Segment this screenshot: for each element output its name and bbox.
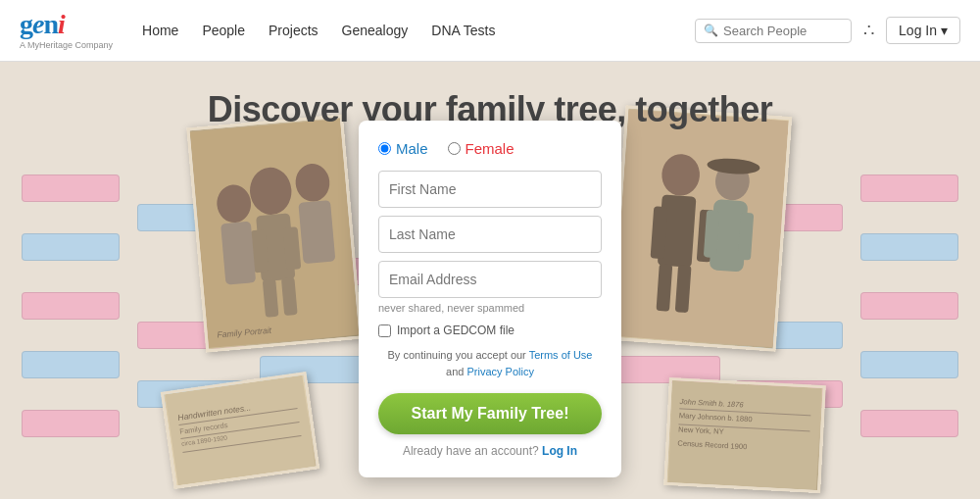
photo-right	[610, 105, 792, 351]
tree-box	[22, 292, 120, 320]
tree-box	[860, 233, 958, 261]
photo-bottom-left: Handwritten notes... Family records circ…	[161, 372, 319, 489]
tree-box	[22, 410, 120, 437]
gender-male-option[interactable]: Male	[378, 140, 428, 157]
share-icon[interactable]: ∴	[863, 20, 874, 41]
search-box[interactable]: 🔍	[695, 19, 852, 43]
gender-female-option[interactable]: Female	[448, 140, 514, 157]
gender-male-radio[interactable]	[378, 142, 391, 155]
nav-genealogy[interactable]: Genealogy	[342, 23, 409, 38]
navbar: geni A MyHeritage Company Home People Pr…	[0, 0, 980, 62]
privacy-link[interactable]: Privacy Policy	[466, 366, 533, 377]
gender-female-radio[interactable]	[448, 142, 461, 155]
female-label: Female	[466, 140, 514, 157]
start-family-tree-button[interactable]: Start My Family Tree!	[378, 393, 602, 434]
gedcom-label[interactable]: Import a GEDCOM file	[397, 324, 514, 337]
tree-box	[860, 175, 958, 202]
gedcom-row: Import a GEDCOM file	[378, 324, 602, 337]
logo: geni	[20, 11, 113, 38]
login-link[interactable]: Log In	[542, 444, 577, 458]
nav-projects[interactable]: Projects	[269, 23, 318, 38]
already-account: Already have an account? Log In	[378, 444, 602, 458]
gender-row: Male Female	[378, 140, 602, 157]
main-content: Discover your family tree, together	[0, 62, 980, 499]
search-icon: 🔍	[704, 24, 718, 37]
male-label: Male	[396, 140, 428, 157]
gedcom-checkbox[interactable]	[378, 324, 391, 337]
tree-box	[22, 175, 120, 202]
tree-box	[860, 292, 958, 320]
photo-left: Family Portrait	[186, 114, 362, 352]
last-name-input[interactable]	[378, 216, 602, 253]
photo-bottom-right: John Smith b. 1876 Mary Johnson b. 1880 …	[663, 377, 826, 493]
tree-box	[860, 410, 958, 437]
svg-rect-8	[298, 200, 335, 264]
nav-home[interactable]: Home	[142, 23, 178, 38]
terms-text: By continuing you accept our Terms of Us…	[378, 347, 602, 379]
email-note: never shared, never spammed	[378, 302, 602, 314]
svg-rect-10	[220, 222, 256, 285]
tree-box	[22, 233, 120, 261]
email-input[interactable]	[378, 261, 602, 298]
first-name-input[interactable]	[378, 171, 602, 208]
tree-box	[22, 351, 120, 378]
search-input[interactable]	[723, 24, 841, 38]
nav-right: 🔍 ∴ Log In ▾	[695, 17, 960, 44]
tree-box	[860, 351, 958, 378]
registration-form: Male Female never shared, never spammed …	[359, 121, 621, 477]
logo-subtitle: A MyHeritage Company	[20, 40, 113, 50]
nav-links: Home People Projects Genealogy DNA Tests	[142, 23, 695, 38]
nav-people[interactable]: People	[202, 23, 245, 38]
terms-link[interactable]: Terms of Use	[529, 349, 593, 361]
login-button[interactable]: Log In ▾	[886, 17, 960, 44]
logo-area[interactable]: geni A MyHeritage Company	[20, 11, 113, 50]
nav-dna-tests[interactable]: DNA Tests	[431, 23, 495, 38]
